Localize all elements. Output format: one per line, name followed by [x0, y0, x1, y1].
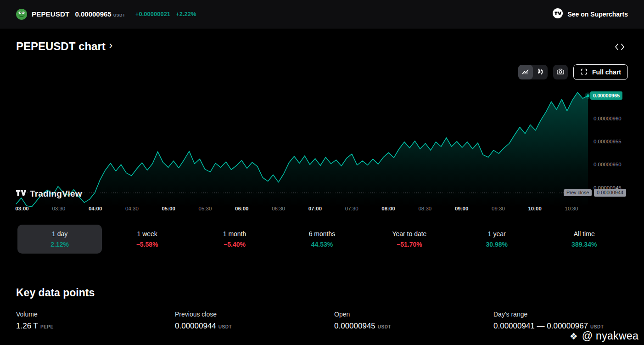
range-label: All time: [574, 230, 595, 238]
price-scale-label: 0.00000955: [594, 139, 622, 144]
key-data-label: Volume: [16, 311, 54, 318]
time-axis-label: 06:00: [230, 206, 254, 211]
price-chart[interactable]: [16, 85, 588, 207]
area-chart-style-button[interactable]: [518, 65, 533, 79]
time-axis-label: 03:30: [47, 206, 71, 211]
range-label: 1 year: [488, 230, 506, 238]
key-data-value: 0.00000945: [334, 322, 375, 331]
symbol-name: PEPEUSDT: [32, 10, 69, 18]
key-data-volume: Volume1.26 TPEPE: [16, 311, 54, 331]
fullscreen-icon: [580, 68, 588, 77]
snapshot-button[interactable]: [553, 65, 568, 79]
chart-title-link[interactable]: PEPEUSDT chart ›: [16, 40, 112, 53]
credit-handle: @ nyakwea: [582, 330, 638, 342]
prev-close-label-badge: Prev close: [564, 189, 592, 197]
price-change-abs: +0.00000021: [135, 11, 170, 17]
candles-icon: [537, 68, 544, 77]
range-button-1-year[interactable]: 1 year30.98%: [454, 225, 539, 254]
camera-icon: [556, 68, 565, 77]
last-price: 0.00000965 USDT: [75, 10, 125, 18]
chart-controls: Full chart: [518, 64, 628, 80]
key-data-value-row: 0.00000945USDT: [334, 322, 391, 331]
key-data-day-s-range: Day's range0.00000941 — 0.00000967USDT: [493, 311, 604, 331]
range-change: 30.98%: [486, 241, 508, 248]
range-selector: 1 day2.12%1 week−5.58%1 month−5.40%6 mon…: [16, 225, 628, 254]
price-scale-label: 0.00000950: [594, 162, 622, 167]
time-axis-label: 10:30: [560, 206, 583, 211]
last-price-currency: USDT: [113, 13, 125, 17]
key-data-label: Previous close: [175, 311, 232, 318]
time-axis-label: 09:00: [450, 206, 474, 211]
key-data-open: Open0.00000945USDT: [334, 311, 391, 331]
prev-close-marker: Prev close 0.00000944: [564, 189, 626, 197]
price-change-pct: +2.22%: [176, 11, 196, 17]
time-axis-label: 05:00: [157, 206, 180, 211]
range-label: 1 week: [137, 230, 157, 238]
tradingview-watermark: TradingView: [16, 189, 82, 199]
time-axis-label: 10:00: [523, 206, 547, 211]
key-data-unit: USDT: [378, 324, 391, 329]
time-axis: 03:0003:3004:0004:3005:0005:3006:0006:30…: [16, 206, 613, 213]
see-on-supercharts-link[interactable]: See on Supercharts: [552, 8, 628, 21]
price-scale-label: 0.00000960: [594, 116, 622, 121]
chart-style-toggle: [518, 65, 548, 79]
tradingview-watermark-label: TradingView: [30, 189, 82, 199]
pepe-coin-icon: [16, 9, 27, 20]
range-change: 389.34%: [571, 241, 597, 248]
tradingview-mark-icon: [16, 190, 26, 198]
symbol-summary: PEPEUSDT 0.00000965 USDT +0.00000021 +2.…: [16, 9, 196, 20]
range-button-year-to-date[interactable]: Year to date−51.70%: [367, 225, 452, 254]
embed-code-button[interactable]: [614, 42, 626, 53]
tradingview-logo-icon: [552, 8, 563, 21]
range-change: −51.70%: [397, 241, 422, 248]
area-chart-icon: [522, 68, 529, 77]
range-button-1-week[interactable]: 1 week−5.58%: [105, 225, 189, 254]
range-change: −5.40%: [224, 241, 246, 248]
range-change: 44.53%: [311, 241, 333, 248]
candles-chart-style-button[interactable]: [533, 65, 548, 79]
price-change: +0.00000021 +2.22%: [135, 11, 196, 17]
key-data-value: 0.00000941 — 0.00000967: [493, 322, 588, 331]
full-chart-label: Full chart: [592, 68, 621, 76]
range-button-all-time[interactable]: All time389.34%: [542, 225, 627, 254]
tradingview-symbol-page: PEPEUSDT 0.00000965 USDT +0.00000021 +2.…: [0, 0, 644, 345]
credit-watermark: ❖ @ nyakwea: [570, 330, 638, 342]
time-axis-label: 07:00: [303, 206, 327, 211]
range-change: −5.58%: [136, 241, 158, 248]
key-data-value-row: 0.00000944USDT: [175, 322, 232, 331]
key-data-unit: PEPE: [40, 324, 54, 329]
time-axis-label: 05:30: [193, 206, 217, 211]
time-axis-label: 06:30: [267, 206, 291, 211]
range-label: 1 day: [52, 230, 67, 238]
time-axis-label: 08:00: [376, 206, 400, 211]
time-axis-label: 07:30: [340, 206, 364, 211]
header: PEPEUSDT 0.00000965 USDT +0.00000021 +2.…: [0, 0, 644, 28]
key-data-grid: Volume1.26 TPEPEPrevious close0.00000944…: [0, 311, 644, 338]
time-axis-label: 09:30: [486, 206, 510, 211]
key-data-unit: USDT: [218, 324, 232, 329]
key-data-heading: Key data points: [16, 287, 95, 299]
key-data-unit: USDT: [590, 324, 604, 329]
prev-close-value-badge: 0.00000944: [594, 189, 626, 197]
code-icon: [615, 45, 625, 52]
range-button-1-day[interactable]: 1 day2.12%: [17, 225, 102, 254]
key-data-value-row: 1.26 TPEPE: [16, 322, 54, 331]
time-axis-label: 08:30: [413, 206, 437, 211]
diamond-sparkle-icon: ❖: [570, 331, 578, 342]
time-axis-label: 04:00: [84, 206, 107, 211]
full-chart-button[interactable]: Full chart: [573, 64, 628, 80]
range-label: Year to date: [392, 230, 426, 238]
range-label: 6 months: [309, 230, 336, 238]
last-price-value: 0.00000965: [75, 10, 111, 18]
key-data-value: 0.00000944: [175, 322, 216, 331]
chevron-right-icon: ›: [109, 40, 112, 51]
range-label: 1 month: [223, 230, 246, 238]
range-button-6-months[interactable]: 6 months44.53%: [280, 225, 364, 254]
range-change: 2.12%: [50, 241, 69, 248]
current-price-badge: 0.00000965: [590, 91, 622, 100]
key-data-value: 1.26 T: [16, 322, 38, 331]
last-price-dot: [587, 94, 589, 97]
time-axis-label: 04:30: [120, 206, 144, 211]
key-data-value-row: 0.00000941 — 0.00000967USDT: [493, 322, 604, 331]
range-button-1-month[interactable]: 1 month−5.40%: [192, 225, 277, 254]
